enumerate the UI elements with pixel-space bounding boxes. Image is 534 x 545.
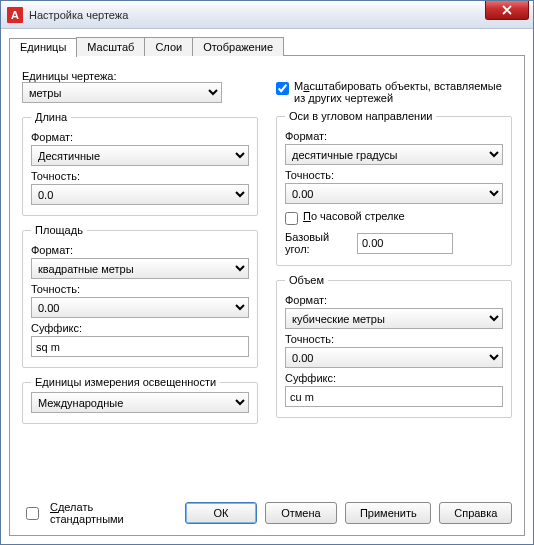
drawing-units-select[interactable]: метры (22, 82, 222, 103)
area-suffix-label: Суффикс: (31, 322, 249, 334)
axis-format-select[interactable]: десятичные градусы (285, 144, 503, 165)
titlebar: A Настройка чертежа (1, 1, 533, 29)
app-icon: A (7, 7, 23, 23)
drawing-units-label: Единицы чертежа: (22, 70, 258, 82)
volume-legend: Объем (285, 274, 328, 286)
close-button[interactable] (485, 0, 529, 20)
make-default-label: Сделать стандартными (50, 501, 169, 525)
volume-group: Объем Формат: кубические метры Точность:… (276, 274, 512, 418)
axis-group: Оси в угловом направлении Формат: десяти… (276, 110, 512, 266)
area-format-label: Формат: (31, 244, 249, 256)
left-column: Единицы чертежа: метры Длина Формат: Дес… (22, 66, 258, 430)
scale-objects-checkbox[interactable] (276, 82, 289, 95)
cancel-button[interactable]: Отмена (265, 502, 337, 524)
area-precision-label: Точность: (31, 283, 249, 295)
lighting-legend: Единицы измерения освещенности (31, 376, 220, 388)
axis-precision-label: Точность: (285, 169, 503, 181)
area-format-select[interactable]: квадратные метры (31, 258, 249, 279)
right-column: Масштабировать объекты, вставляемые из д… (276, 66, 512, 430)
volume-precision-select[interactable]: 0.00 (285, 347, 503, 368)
length-format-select[interactable]: Десятичные (31, 145, 249, 166)
length-legend: Длина (31, 111, 71, 123)
footer: Сделать стандартными ОК Отмена Применить… (22, 493, 512, 525)
tab-display[interactable]: Отображение (192, 37, 284, 56)
area-precision-select[interactable]: 0.00 (31, 297, 249, 318)
volume-format-select[interactable]: кубические метры (285, 308, 503, 329)
tab-panel-units: Единицы чертежа: метры Длина Формат: Дес… (9, 55, 525, 536)
volume-format-label: Формат: (285, 294, 503, 306)
clockwise-label: По часовой стрелке (303, 210, 405, 222)
volume-suffix-input[interactable] (285, 386, 503, 407)
window-title: Настройка чертежа (29, 9, 128, 21)
length-group: Длина Формат: Десятичные Точность: 0.0 (22, 111, 258, 216)
close-icon (502, 5, 512, 15)
lighting-group: Единицы измерения освещенности Междунаро… (22, 376, 258, 424)
volume-suffix-label: Суффикс: (285, 372, 503, 384)
axis-legend: Оси в угловом направлении (285, 110, 436, 122)
help-button[interactable]: Справка (439, 502, 512, 524)
scale-objects-label: Масштабировать объекты, вставляемые из д… (294, 80, 512, 104)
length-precision-label: Точность: (31, 170, 249, 182)
clockwise-checkbox[interactable] (285, 212, 298, 225)
axis-precision-select[interactable]: 0.00 (285, 183, 503, 204)
tab-scale[interactable]: Масштаб (76, 37, 145, 56)
length-format-label: Формат: (31, 131, 249, 143)
make-default-checkbox[interactable] (26, 507, 39, 520)
length-precision-select[interactable]: 0.0 (31, 184, 249, 205)
area-legend: Площадь (31, 224, 87, 236)
dialog-content: Единицы Масштаб Слои Отображение Единицы… (1, 29, 533, 544)
area-group: Площадь Формат: квадратные метры Точност… (22, 224, 258, 368)
apply-button[interactable]: Применить (345, 502, 431, 524)
tab-layers[interactable]: Слои (144, 37, 193, 56)
base-angle-label: Базовый угол: (285, 231, 349, 255)
tab-strip: Единицы Масштаб Слои Отображение (9, 37, 525, 56)
lighting-select[interactable]: Международные (31, 392, 249, 413)
ok-button[interactable]: ОК (185, 502, 257, 524)
area-suffix-input[interactable] (31, 336, 249, 357)
base-angle-input[interactable] (357, 233, 453, 254)
axis-format-label: Формат: (285, 130, 503, 142)
volume-precision-label: Точность: (285, 333, 503, 345)
tab-units[interactable]: Единицы (9, 38, 77, 57)
